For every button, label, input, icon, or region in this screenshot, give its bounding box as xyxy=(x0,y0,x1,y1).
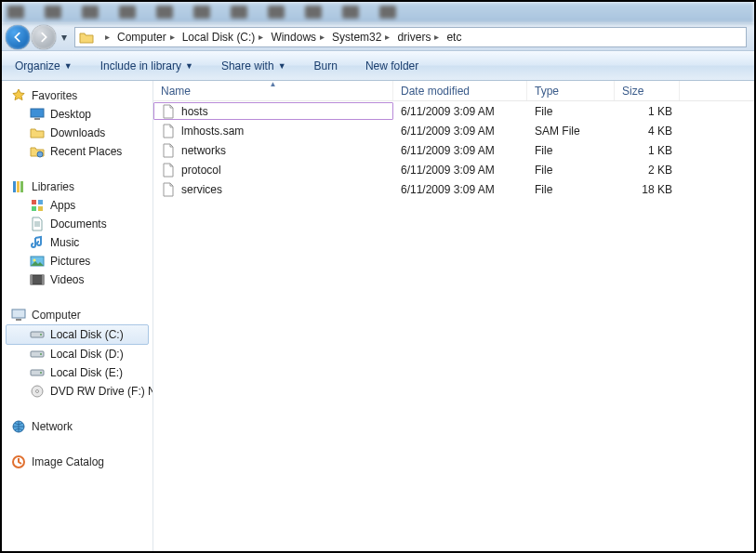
breadcrumb[interactable]: ▸ Computer▸ Local Disk (C:)▸ Windows▸ Sy… xyxy=(74,27,747,47)
file-name-cell: lmhosts.sam xyxy=(153,124,393,138)
label: Recent Places xyxy=(50,145,122,158)
nav-history-dropdown[interactable]: ▾ xyxy=(58,31,71,44)
recent-icon xyxy=(30,144,45,159)
file-size-cell: 1 KB xyxy=(615,105,680,118)
sidebar-item-pictures[interactable]: Pictures xyxy=(2,252,153,270)
svg-rect-12 xyxy=(31,275,44,284)
breadcrumb-item[interactable]: Windows▸ xyxy=(267,28,328,46)
sidebar-item-videos[interactable]: Videos xyxy=(2,270,153,289)
file-row[interactable]: protocol6/11/2009 3:09 AMFile2 KB xyxy=(153,160,754,179)
breadcrumb-item[interactable]: drivers▸ xyxy=(393,28,443,46)
label: Apps xyxy=(50,199,75,212)
svg-rect-5 xyxy=(20,181,23,192)
label: Pictures xyxy=(50,255,90,268)
sidebar-item-local-disk-e[interactable]: Local Disk (E:) xyxy=(2,363,153,382)
folder-icon xyxy=(30,125,45,140)
burn-button[interactable]: Burn xyxy=(311,57,341,75)
label: Music xyxy=(50,236,79,249)
label: Organize xyxy=(15,59,60,72)
desktop-icon xyxy=(30,107,45,122)
breadcrumb-label: etc xyxy=(446,31,461,44)
column-type[interactable]: Type xyxy=(527,81,615,100)
favorites-group: Favorites Desktop Downloads Recent Place… xyxy=(2,86,153,161)
back-button[interactable] xyxy=(6,25,30,49)
sidebar-item-apps[interactable]: Apps xyxy=(2,196,153,215)
file-row[interactable]: services6/11/2009 3:09 AMFile18 KB xyxy=(153,179,754,199)
libraries-group: Libraries Apps Documents Music Pictures … xyxy=(2,178,153,289)
label: Desktop xyxy=(50,108,91,121)
image-catalog-header[interactable]: Image Catalog xyxy=(2,453,153,471)
libraries-header[interactable]: Libraries xyxy=(2,178,153,196)
svg-point-20 xyxy=(40,353,42,355)
file-date-cell: 6/11/2009 3:09 AM xyxy=(393,183,527,196)
label: Network xyxy=(32,420,73,433)
breadcrumb-label: Computer xyxy=(117,31,166,44)
file-type-cell: File xyxy=(527,164,615,177)
label: Computer xyxy=(32,309,81,322)
computer-header[interactable]: Computer xyxy=(2,306,153,324)
file-size-cell: 1 KB xyxy=(615,144,680,157)
svg-rect-1 xyxy=(34,118,40,120)
share-with-button[interactable]: Share with▼ xyxy=(218,57,290,75)
apps-icon xyxy=(30,198,45,213)
svg-point-11 xyxy=(33,259,36,262)
breadcrumb-item[interactable]: etc xyxy=(443,28,465,46)
sidebar-item-documents[interactable]: Documents xyxy=(2,215,153,233)
computer-group: Computer Local Disk (C:) Local Disk (D:)… xyxy=(2,306,153,401)
label: Date modified xyxy=(401,85,470,98)
breadcrumb-label: drivers xyxy=(397,31,431,44)
file-icon xyxy=(161,124,176,138)
label: Image Catalog xyxy=(32,455,104,468)
column-size[interactable]: Size xyxy=(615,81,680,100)
label: Local Disk (E:) xyxy=(50,366,123,379)
label: Burn xyxy=(314,59,338,72)
file-date-cell: 6/11/2009 3:09 AM xyxy=(393,125,527,138)
svg-rect-15 xyxy=(12,309,25,318)
chevron-down-icon: ▼ xyxy=(278,61,286,71)
column-date[interactable]: Date modified xyxy=(393,81,527,100)
sidebar-item-desktop[interactable]: Desktop xyxy=(2,105,153,124)
svg-rect-0 xyxy=(31,109,44,117)
label: Include in library xyxy=(100,59,181,72)
file-name: services xyxy=(181,183,222,196)
breadcrumb-label: Windows xyxy=(271,31,316,44)
label: Downloads xyxy=(50,126,105,139)
organize-button[interactable]: Organize▼ xyxy=(11,57,76,75)
new-folder-button[interactable]: New folder xyxy=(362,57,422,75)
file-row[interactable]: lmhosts.sam6/11/2009 3:09 AMSAM File4 KB xyxy=(153,121,754,140)
favorites-header[interactable]: Favorites xyxy=(2,86,153,105)
svg-point-22 xyxy=(40,372,42,374)
file-name-cell: networks xyxy=(153,143,393,158)
sidebar-item-recent[interactable]: Recent Places xyxy=(2,142,153,161)
hdd-icon xyxy=(30,365,45,380)
file-icon xyxy=(161,143,176,158)
label: New folder xyxy=(365,59,418,72)
svg-point-24 xyxy=(36,390,39,393)
file-name: protocol xyxy=(181,164,221,177)
forward-button[interactable] xyxy=(32,25,56,49)
sidebar-item-music[interactable]: Music xyxy=(2,233,153,252)
sidebar-item-local-disk-c[interactable]: Local Disk (C:) xyxy=(6,324,149,345)
svg-rect-4 xyxy=(17,181,20,192)
breadcrumb-item[interactable]: System32▸ xyxy=(328,28,393,46)
svg-rect-3 xyxy=(13,181,16,192)
breadcrumb-item[interactable]: Computer▸ xyxy=(113,28,179,46)
column-name[interactable]: Name▲ xyxy=(153,81,393,100)
sidebar-item-downloads[interactable]: Downloads xyxy=(2,124,153,142)
breadcrumb-label: Local Disk (C:) xyxy=(182,31,256,44)
image-catalog-group: Image Catalog xyxy=(2,453,153,471)
file-type-cell: SAM File xyxy=(527,125,615,138)
network-header[interactable]: Network xyxy=(2,417,153,436)
breadcrumb-sep[interactable]: ▸ xyxy=(98,28,113,46)
pictures-icon xyxy=(30,254,45,269)
sidebar-item-dvd-drive[interactable]: DVD RW Drive (F:) N xyxy=(2,382,153,401)
breadcrumb-item[interactable]: Local Disk (C:)▸ xyxy=(179,28,268,46)
file-row[interactable]: networks6/11/2009 3:09 AMFile1 KB xyxy=(153,140,754,160)
include-in-library-button[interactable]: Include in library▼ xyxy=(97,57,197,75)
label: Videos xyxy=(50,273,84,286)
svg-point-18 xyxy=(40,334,42,336)
address-bar: ▾ ▸ Computer▸ Local Disk (C:)▸ Windows▸ … xyxy=(2,23,754,51)
file-row[interactable]: hosts6/11/2009 3:09 AMFile1 KB xyxy=(153,101,754,121)
window-titlebar xyxy=(2,2,754,23)
sidebar-item-local-disk-d[interactable]: Local Disk (D:) xyxy=(2,345,153,363)
